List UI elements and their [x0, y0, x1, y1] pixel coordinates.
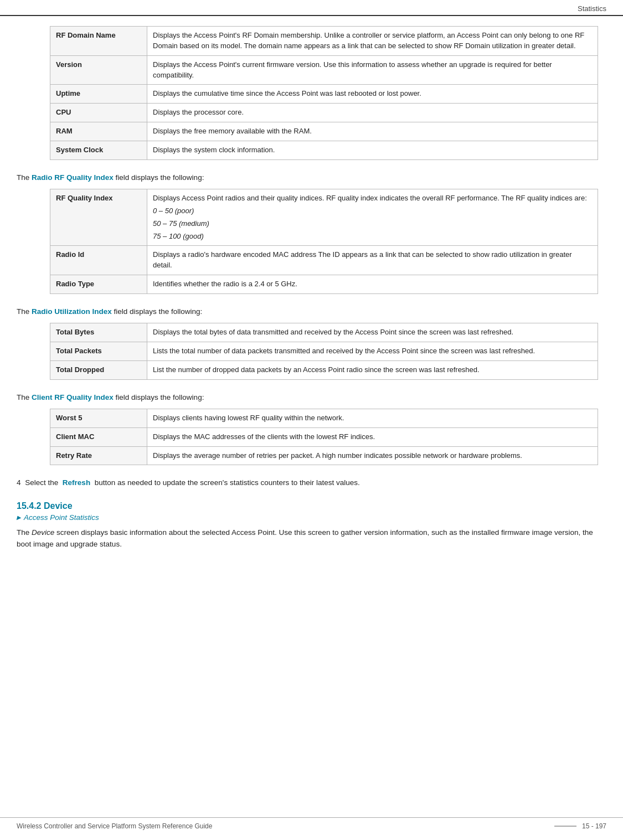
row-label: RF Domain Name — [50, 27, 147, 56]
table-row: CPUDisplays the processor core. — [50, 104, 598, 122]
row-label: Total Dropped — [50, 360, 147, 379]
footer-right: 15 - 197 — [554, 822, 606, 830]
row-label: Radio Id — [50, 246, 147, 275]
table-row: Retry RateDisplays the average number of… — [50, 446, 598, 465]
step4-text: 4 Select the Refresh button as needed to… — [17, 477, 606, 488]
row-label: RAM — [50, 122, 147, 141]
row-label: Client MAC — [50, 427, 147, 446]
row-description: Displays a radio's hardware encoded MAC … — [147, 246, 598, 275]
step4-keyword: Refresh — [63, 478, 90, 487]
step4-pre: Select the — [25, 478, 58, 487]
subsection-label: Access Point Statistics — [24, 513, 99, 522]
table-row: Radio IdDisplays a radio's hardware enco… — [50, 246, 598, 275]
row-description: List the number of dropped data packets … — [147, 360, 598, 379]
row-label: RF Quality Index — [50, 189, 147, 246]
row-description: Lists the total number of data packets t… — [147, 342, 598, 361]
row-description: Displays the free memory available with … — [147, 122, 598, 141]
page-footer: Wireless Controller and Service Platform… — [0, 817, 623, 830]
table-row: RAMDisplays the free memory available wi… — [50, 122, 598, 141]
row-description: Displays the Access Point's RF Domain me… — [147, 27, 598, 56]
header-title: Statistics — [578, 4, 606, 13]
row-label: Total Bytes — [50, 323, 147, 342]
row-description: Displays the average number of retries p… — [147, 446, 598, 465]
section-heading: 15.4.2 Device — [17, 501, 606, 511]
table-row: System ClockDisplays the system clock in… — [50, 141, 598, 159]
rf-quality-table: RF Quality IndexDisplays Access Point ra… — [50, 189, 598, 294]
table-row: Total BytesDisplays the total bytes of d… — [50, 323, 598, 342]
rf-quality-intro: The Radio RF Quality Index field display… — [17, 172, 606, 183]
row-description: Displays the system clock information. — [147, 141, 598, 159]
step-number: 4 — [17, 478, 21, 487]
row-description: Displays Access Point radios and their q… — [147, 189, 598, 246]
table-row: UptimeDisplays the cumulative time since… — [50, 85, 598, 104]
table-row: Worst 5Displays clients having lowest RF… — [50, 409, 598, 427]
client-rf-table: Worst 5Displays clients having lowest RF… — [50, 409, 598, 466]
row-label: Radio Type — [50, 275, 147, 294]
row-description: Displays the MAC addresses of the client… — [147, 427, 598, 446]
row-label: Version — [50, 55, 147, 85]
row-label: Total Packets — [50, 342, 147, 361]
page-header: Statistics — [0, 0, 623, 16]
client-rf-field-name: Client RF Quality Index — [32, 393, 114, 401]
footer-divider — [554, 826, 576, 827]
footer-left: Wireless Controller and Service Platform… — [17, 822, 212, 830]
body-italic: Device — [32, 528, 54, 537]
row-description: Displays the Access Point's current firm… — [147, 55, 598, 85]
radio-util-field-name: Radio Utilization Index — [32, 307, 112, 316]
footer-page: 15 - 197 — [582, 822, 606, 830]
table-row: Total DroppedList the number of dropped … — [50, 360, 598, 379]
row-description: Displays the total bytes of data transmi… — [147, 323, 598, 342]
section-body: The Device screen displays basic informa… — [17, 527, 606, 550]
row-label: Uptime — [50, 85, 147, 104]
client-rf-intro: The Client RF Quality Index field displa… — [17, 392, 606, 403]
step4-post: button as needed to update the screen's … — [95, 478, 360, 487]
rf-quality-field-name: Radio RF Quality Index — [32, 173, 114, 182]
row-label: Worst 5 — [50, 409, 147, 427]
table-row: RF Domain NameDisplays the Access Point'… — [50, 27, 598, 56]
row-description: Displays the processor core. — [147, 104, 598, 122]
row-description: Identifies whether the radio is a 2.4 or… — [147, 275, 598, 294]
table-row: Radio TypeIdentifies whether the radio i… — [50, 275, 598, 294]
body-text: screen displays basic information about … — [17, 528, 593, 548]
row-label: System Clock — [50, 141, 147, 159]
table-row: RF Quality IndexDisplays Access Point ra… — [50, 189, 598, 246]
row-label: CPU — [50, 104, 147, 122]
subsection-heading: Access Point Statistics — [17, 513, 606, 522]
row-description: Displays clients having lowest RF qualit… — [147, 409, 598, 427]
radio-util-table: Total BytesDisplays the total bytes of d… — [50, 323, 598, 380]
row-description: Displays the cumulative time since the A… — [147, 85, 598, 104]
table-row: VersionDisplays the Access Point's curre… — [50, 55, 598, 85]
row-label: Retry Rate — [50, 446, 147, 465]
table-row: Total PacketsLists the total number of d… — [50, 342, 598, 361]
table-row: Client MACDisplays the MAC addresses of … — [50, 427, 598, 446]
radio-util-intro: The Radio Utilization Index field displa… — [17, 306, 606, 317]
ap-info-table: RF Domain NameDisplays the Access Point'… — [50, 26, 598, 160]
